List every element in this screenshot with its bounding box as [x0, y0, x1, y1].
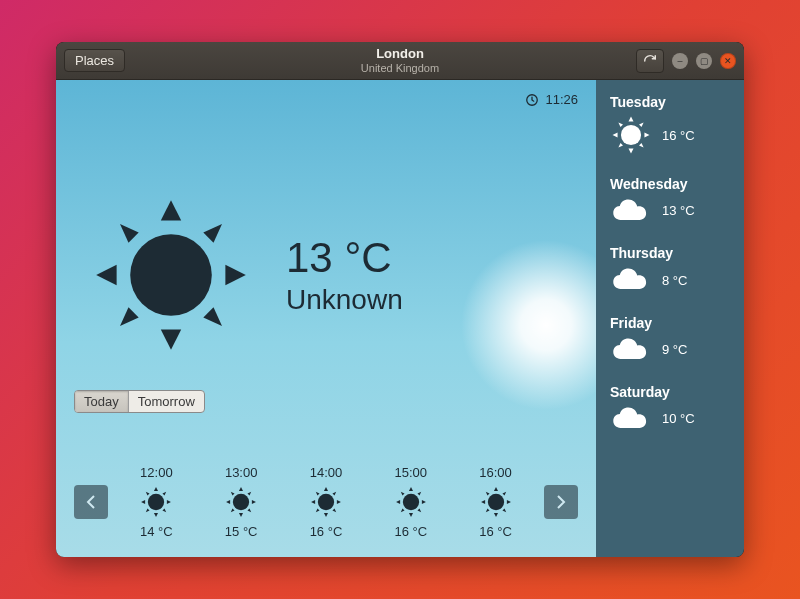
svg-marker-8	[120, 307, 139, 326]
svg-marker-44	[401, 508, 405, 512]
svg-marker-7	[203, 224, 222, 243]
svg-marker-35	[316, 508, 320, 512]
svg-marker-49	[481, 500, 485, 504]
window-close-button[interactable]: ✕	[720, 53, 736, 69]
cloud-icon	[610, 196, 652, 225]
hourly-forecast: 12:00 14 °C 13:00 15 °C 14:00 16 °C 15:0…	[74, 465, 578, 539]
svg-marker-5	[225, 265, 245, 285]
svg-marker-25	[248, 492, 252, 496]
hourly-item: 15:00 16 °C	[394, 465, 428, 539]
svg-marker-16	[163, 492, 167, 496]
sun-icon	[610, 114, 652, 156]
svg-marker-18	[163, 508, 167, 512]
sun-icon	[139, 485, 173, 519]
refresh-button[interactable]	[636, 49, 664, 73]
hourly-temp: 16 °C	[310, 524, 343, 539]
hourly-item: 12:00 14 °C	[139, 465, 173, 539]
svg-marker-40	[396, 500, 400, 504]
hourly-item: 14:00 16 °C	[309, 465, 343, 539]
cloud-icon	[610, 404, 652, 433]
svg-marker-20	[239, 487, 243, 491]
svg-point-37	[403, 494, 419, 510]
svg-marker-62	[618, 143, 623, 148]
forecast-sidebar: Tuesday 16 °C Wednesday 13 °C Thursday 8…	[596, 80, 744, 557]
sun-icon	[479, 485, 513, 519]
svg-point-1	[130, 234, 212, 316]
hourly-item: 16:00 16 °C	[479, 465, 513, 539]
svg-marker-24	[231, 492, 235, 496]
svg-marker-32	[337, 500, 341, 504]
svg-marker-63	[639, 143, 644, 148]
svg-marker-45	[417, 508, 421, 512]
hourly-prev-button[interactable]	[74, 485, 108, 519]
svg-marker-51	[485, 492, 489, 496]
forecast-item: Saturday 10 °C	[610, 384, 730, 433]
hourly-next-button[interactable]	[544, 485, 578, 519]
forecast-item: Friday 9 °C	[610, 315, 730, 364]
svg-marker-50	[506, 500, 510, 504]
hourly-time: 12:00	[140, 465, 173, 480]
sun-glow	[446, 225, 596, 425]
forecast-temp: 8 °C	[662, 273, 687, 288]
svg-marker-2	[161, 200, 181, 220]
svg-marker-17	[146, 508, 150, 512]
svg-marker-36	[332, 508, 336, 512]
svg-marker-9	[203, 307, 222, 326]
svg-point-55	[621, 125, 641, 145]
svg-marker-3	[161, 329, 181, 349]
forecast-item: Tuesday 16 °C	[610, 94, 730, 156]
forecast-temp: 10 °C	[662, 411, 695, 426]
clock-time: 11:26	[545, 92, 578, 107]
main-panel: 11:26 13	[56, 80, 596, 557]
svg-marker-42	[401, 492, 405, 496]
svg-marker-47	[494, 487, 498, 491]
window-minimize-button[interactable]: –	[672, 53, 688, 69]
titlebar: Places London United Kingdom – ▢ ✕	[56, 42, 744, 80]
window-maximize-button[interactable]: ▢	[696, 53, 712, 69]
svg-marker-33	[316, 492, 320, 496]
places-button[interactable]: Places	[64, 49, 125, 72]
current-temp: 13 °C	[286, 234, 403, 282]
svg-point-28	[318, 494, 334, 510]
forecast-item: Thursday 8 °C	[610, 245, 730, 294]
svg-marker-12	[154, 513, 158, 517]
hourly-temp: 15 °C	[225, 524, 258, 539]
hourly-time: 14:00	[310, 465, 343, 480]
svg-marker-13	[141, 500, 145, 504]
svg-marker-15	[146, 492, 150, 496]
hourly-temp: 16 °C	[394, 524, 427, 539]
svg-marker-41	[422, 500, 426, 504]
svg-marker-29	[324, 487, 328, 491]
toggle-tomorrow[interactable]: Tomorrow	[128, 391, 204, 412]
svg-marker-43	[417, 492, 421, 496]
svg-marker-57	[628, 148, 633, 153]
forecast-day: Thursday	[610, 245, 730, 261]
cloud-icon	[610, 265, 652, 294]
day-toggle: Today Tomorrow	[74, 390, 205, 413]
sun-icon	[309, 485, 343, 519]
clock-icon	[525, 93, 539, 107]
hourly-time: 15:00	[395, 465, 428, 480]
forecast-day: Friday	[610, 315, 730, 331]
svg-marker-23	[252, 500, 256, 504]
svg-marker-4	[96, 265, 116, 285]
svg-marker-56	[628, 117, 633, 122]
sun-icon	[86, 190, 256, 360]
hourly-list: 12:00 14 °C 13:00 15 °C 14:00 16 °C 15:0…	[114, 465, 538, 539]
forecast-day: Saturday	[610, 384, 730, 400]
toggle-today[interactable]: Today	[75, 391, 128, 412]
chevron-left-icon	[86, 495, 96, 509]
svg-point-19	[233, 494, 249, 510]
hourly-temp: 14 °C	[140, 524, 173, 539]
svg-marker-22	[226, 500, 230, 504]
sun-icon	[394, 485, 428, 519]
forecast-item: Wednesday 13 °C	[610, 176, 730, 225]
forecast-day: Tuesday	[610, 94, 730, 110]
svg-marker-53	[485, 508, 489, 512]
svg-marker-30	[324, 513, 328, 517]
svg-marker-11	[154, 487, 158, 491]
hourly-time: 16:00	[479, 465, 512, 480]
svg-marker-26	[231, 508, 235, 512]
svg-marker-21	[239, 513, 243, 517]
svg-marker-27	[248, 508, 252, 512]
